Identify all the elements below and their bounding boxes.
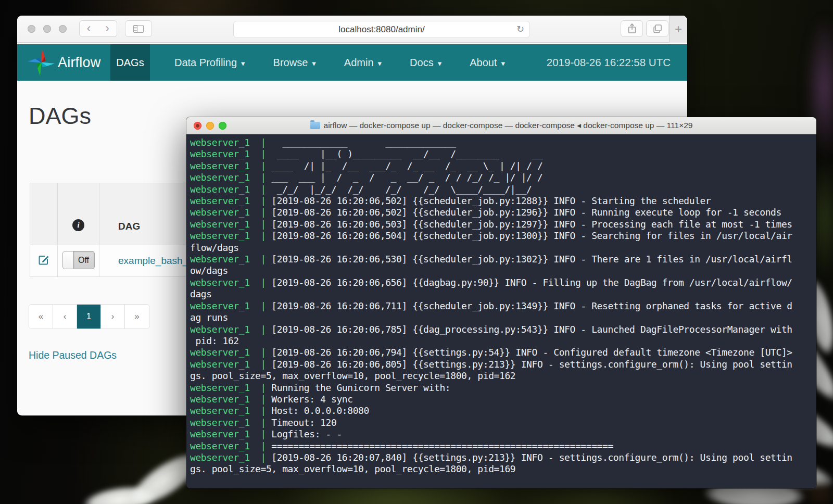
log-text: [2019-08-26 16:20:06,794] {{settings.py:… (271, 347, 792, 358)
reload-icon[interactable]: ↻ (516, 23, 524, 35)
window-minimize-button[interactable] (43, 25, 51, 33)
service-name-prefix: webserver_1 | (190, 394, 271, 405)
log-text: ____ /| |_ /__ ___/_ /_ __ /_ __ \_ | /|… (271, 160, 542, 171)
pagination-button[interactable]: › (101, 305, 125, 329)
terminal-log-line: dags (190, 288, 816, 300)
terminal-log-line: pid: 162 (190, 335, 816, 347)
terminal-log-line: webserver_1 | [2019-08-26 16:20:06,711] … (190, 300, 816, 312)
terminal-log-line: webserver_1 | [2019-08-26 16:20:06,502] … (190, 195, 816, 207)
log-text: [2019-08-26 16:20:06,785] {{dag_processi… (271, 324, 792, 335)
service-name-prefix: webserver_1 | (190, 137, 271, 148)
terminal-log-line: ow/dags (190, 265, 816, 276)
terminal-log-line: flow/dags (190, 242, 816, 254)
log-text: Logfiles: - - (271, 429, 342, 439)
terminal-log-line: webserver_1 | [2019-08-26 16:20:06,502] … (190, 207, 816, 218)
terminal-log-line: webserver_1 | [2019-08-26 16:20:06,656] … (190, 277, 816, 288)
log-text: [2019-08-26 16:20:06,656] {{dagbag.py:90… (271, 277, 792, 288)
terminal-title: airflow — docker-compose up — docker-com… (310, 121, 693, 130)
sidebar-icon (133, 25, 144, 33)
log-text: flow/dags (190, 242, 239, 253)
service-name-prefix: webserver_1 | (190, 429, 271, 439)
tab-overview-button[interactable] (646, 20, 668, 37)
navbar-menu-item[interactable]: Data Profiling ▾ (160, 44, 259, 81)
terminal-log-line: webserver_1 | ____ /| |_ /__ ___/_ /_ __… (190, 160, 816, 172)
header-blank-cell (30, 183, 58, 245)
share-button[interactable] (621, 20, 643, 37)
terminal-title-text: airflow — docker-compose up — docker-com… (324, 121, 693, 130)
window-close-button[interactable] (28, 25, 35, 33)
service-name-prefix: webserver_1 | (190, 452, 271, 463)
terminal-log-line: webserver_1 | [2019-08-26 16:20:06,805] … (190, 359, 816, 370)
log-text: ag runs (190, 312, 228, 323)
log-text: _/_/ |_/_/ /_/ /_/ /_/ \____/____/|__/ (271, 184, 532, 195)
terminal-log-line: webserver_1 | [2019-08-26 16:20:06,504] … (190, 230, 816, 242)
window-zoom-button[interactable] (59, 25, 67, 33)
airflow-navbar: Airflow DAGs Data Profiling ▾ Browse ▾ A… (17, 44, 687, 81)
pagination-label: ‹ (64, 311, 67, 322)
terminal-log-line: webserver_1 | Workers: 4 sync (190, 394, 816, 405)
pagination-button[interactable]: ‹ (53, 305, 77, 329)
toggle-cell: Off (58, 245, 99, 277)
dag-toggle[interactable]: Off (62, 251, 95, 269)
terminal-log-line: webserver_1 | [2019-08-26 16:20:06,785] … (190, 324, 816, 335)
log-text: Running the Gunicorn Server with: (271, 382, 450, 393)
terminal-log-line: webserver_1 | ____ |__( )_________ __/__… (190, 148, 816, 160)
tab-dags[interactable]: DAGs (110, 44, 150, 81)
navbar-menu-item[interactable]: Docs ▾ (396, 44, 456, 81)
folder-icon (310, 122, 320, 129)
airflow-brand[interactable]: Airflow (58, 44, 100, 81)
pagination-label: » (134, 311, 139, 322)
service-name-prefix: webserver_1 | (190, 277, 271, 288)
service-name-prefix: webserver_1 | (190, 440, 271, 451)
pagination-label: « (39, 311, 43, 322)
address-bar[interactable]: localhost:8080/admin/ ↻ (233, 21, 530, 38)
terminal-log-line: webserver_1 | Logfiles: - - (190, 429, 816, 440)
menu-label: Data Profiling (174, 57, 237, 69)
forward-button[interactable]: › (98, 20, 117, 37)
terminal-log-line: webserver_1 | ____________ _____________ (190, 137, 816, 148)
log-text: [2019-08-26 16:20:06,502] {{scheduler_jo… (271, 195, 711, 206)
edit-icon[interactable] (37, 254, 50, 266)
service-name-prefix: webserver_1 | (190, 359, 271, 370)
log-text: dags (190, 288, 212, 299)
window-zoom-button[interactable] (219, 122, 226, 130)
log-text: Workers: 4 sync (271, 394, 352, 405)
back-button[interactable]: ‹ (79, 20, 98, 37)
pagination-label: 1 (86, 311, 91, 322)
new-tab-button[interactable]: + (669, 16, 687, 43)
navbar-menu-item[interactable]: Browse ▾ (259, 44, 330, 81)
share-icon (628, 23, 636, 34)
info-icon: i (72, 219, 84, 231)
service-name-prefix: webserver_1 | (190, 382, 271, 393)
log-text: ____________ _____________ (271, 137, 456, 148)
pagination-button[interactable]: 1 (77, 305, 101, 329)
window-close-button[interactable] (194, 122, 201, 130)
sidebar-toggle-button[interactable] (125, 20, 152, 37)
hide-paused-dags-link[interactable]: Hide Paused DAGs (29, 349, 117, 361)
header-info-cell: i (58, 183, 99, 245)
terminal-window: airflow — docker-compose up — docker-com… (186, 117, 816, 488)
terminal-log-line: webserver_1 | ==========================… (190, 440, 816, 452)
terminal-output[interactable]: webserver_1 | ____________ _____________… (186, 134, 816, 488)
log-text: ========================================… (271, 440, 613, 451)
terminal-log-line: webserver_1 | [2019-08-26 16:20:06,794] … (190, 347, 816, 358)
caret-down-icon: ▾ (378, 57, 382, 68)
log-text: [2019-08-26 16:20:06,711] {{scheduler_jo… (271, 300, 792, 311)
terminal-log-line: webserver_1 | [2019-08-26 16:20:06,503] … (190, 219, 816, 230)
browser-toolbar: ‹ › localhost:8080/admin/ ↻ + (17, 16, 687, 43)
menu-label: Admin (344, 57, 374, 69)
service-name-prefix: webserver_1 | (190, 347, 271, 358)
menu-label: About (470, 57, 497, 69)
log-text: [2019-08-26 16:20:07,840] {{settings.py:… (271, 452, 792, 463)
window-minimize-button[interactable] (206, 122, 214, 130)
menu-label: Browse (273, 57, 308, 69)
navbar-menu-item[interactable]: Admin ▾ (330, 44, 396, 81)
log-text: gs. pool_size=5, max_overflow=10, pool_r… (190, 370, 515, 381)
navbar-menu-item[interactable]: About ▾ (456, 44, 519, 81)
terminal-log-line: webserver_1 | ___ ___ | / _ / _ __/ _ / … (190, 172, 816, 183)
service-name-prefix: webserver_1 | (190, 300, 271, 311)
service-name-prefix: webserver_1 | (190, 417, 271, 428)
pagination-button[interactable]: « (29, 305, 53, 329)
pagination-button[interactable]: » (125, 305, 149, 329)
terminal-log-line: webserver_1 | Timeout: 120 (190, 417, 816, 429)
